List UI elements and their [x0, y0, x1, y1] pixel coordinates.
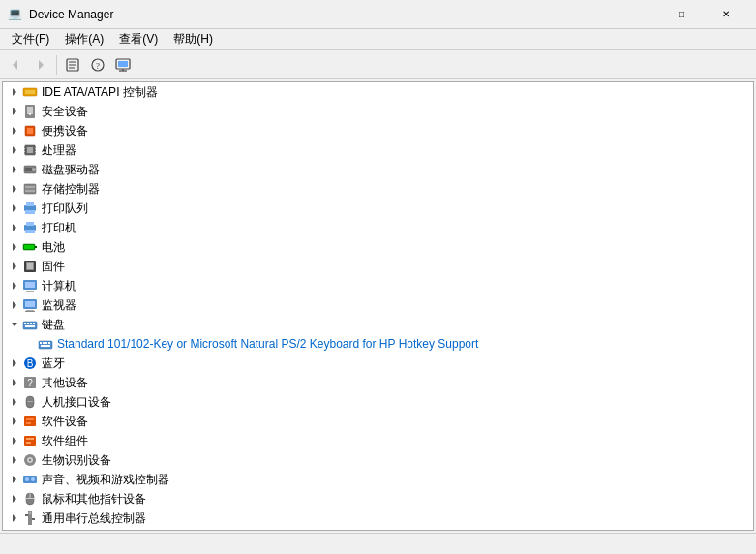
- expand-btn-audio[interactable]: [7, 472, 22, 487]
- expand-btn-firmware[interactable]: [7, 259, 22, 274]
- tree-item-mouse[interactable]: 鼠标和其他指针设备: [3, 489, 753, 508]
- expand-btn-monitor[interactable]: [7, 297, 22, 313]
- maximize-button[interactable]: □: [659, 0, 704, 29]
- label-usb: 通用串行总线控制器: [42, 510, 146, 527]
- back-button[interactable]: [4, 53, 27, 77]
- svg-rect-69: [30, 323, 32, 324]
- expand-btn-print-queue[interactable]: [7, 200, 22, 216]
- expand-btn-battery[interactable]: [7, 239, 22, 255]
- svg-rect-42: [25, 210, 35, 214]
- svg-rect-14: [25, 90, 35, 94]
- close-button[interactable]: ✕: [704, 0, 748, 29]
- svg-rect-88: [24, 416, 36, 426]
- forward-button[interactable]: [29, 53, 52, 77]
- icon-bluetooth: B: [22, 355, 38, 371]
- expand-btn-storage-ctrl[interactable]: [7, 181, 22, 197]
- properties-button[interactable]: [61, 53, 84, 77]
- main-content: IDE ATA/ATAPI 控制器安全设备便携设备处理器磁盘驱动器存储控制器打印…: [2, 81, 754, 531]
- icon-storage-ctrl: [22, 181, 38, 197]
- tree-item-firmware[interactable]: 固件: [3, 257, 753, 276]
- expand-btn-biometric[interactable]: [7, 452, 22, 468]
- window-title: Device Manager: [29, 8, 113, 21]
- tree-item-portable[interactable]: 便携设备: [3, 121, 753, 140]
- svg-rect-34: [25, 168, 32, 171]
- svg-marker-22: [13, 146, 16, 154]
- tree-item-disk-drive[interactable]: 磁盘驱动器: [3, 160, 753, 179]
- tree-item-other-devices[interactable]: ?其他设备: [3, 373, 753, 392]
- svg-rect-49: [35, 246, 37, 248]
- tree-item-battery[interactable]: 电池: [3, 237, 753, 257]
- svg-rect-37: [25, 186, 35, 188]
- svg-marker-65: [11, 323, 18, 326]
- label-storage-ctrl: 存储控制器: [42, 181, 100, 198]
- expand-btn-bluetooth[interactable]: [7, 355, 22, 371]
- expand-btn-portable[interactable]: [7, 123, 22, 138]
- expand-btn-processor[interactable]: [7, 142, 22, 158]
- update-button[interactable]: [111, 53, 135, 77]
- tree-item-monitor[interactable]: 监视器: [3, 295, 753, 315]
- expand-btn-software-dev[interactable]: [7, 414, 22, 429]
- expand-btn-computer[interactable]: [7, 278, 22, 293]
- menu-view[interactable]: 查看(V): [111, 29, 166, 49]
- expand-btn-mouse[interactable]: [7, 491, 22, 507]
- svg-marker-19: [13, 127, 16, 135]
- icon-software-dev: [22, 414, 38, 429]
- svg-rect-93: [26, 438, 34, 440]
- svg-rect-86: [27, 401, 33, 402]
- icon-portable: [22, 123, 38, 138]
- expand-btn-software-comp[interactable]: [7, 433, 22, 448]
- tree-item-print-queue[interactable]: 打印队列: [3, 199, 753, 218]
- expand-btn-usb[interactable]: [7, 510, 22, 526]
- tree-item-printer[interactable]: 打印机: [3, 218, 753, 237]
- menu-file[interactable]: 文件(F): [4, 29, 57, 49]
- tree-item-hid[interactable]: 人机接口设备: [3, 392, 753, 412]
- help-button[interactable]: ?: [86, 53, 109, 77]
- svg-point-18: [29, 113, 31, 115]
- minimize-button[interactable]: —: [615, 0, 659, 29]
- tree-item-audio[interactable]: 声音、视频和游戏控制器: [3, 470, 753, 489]
- tree-item-computer[interactable]: 计算机: [3, 276, 753, 295]
- label-keyboard-child: Standard 101/102-Key or Microsoft Natura…: [57, 337, 478, 351]
- expand-btn-other-devices[interactable]: [7, 375, 22, 390]
- tree-item-bluetooth[interactable]: B蓝牙: [3, 354, 753, 373]
- tree-item-storage-ctrl[interactable]: 存储控制器: [3, 179, 753, 199]
- title-bar-left: 💻 Device Manager: [8, 7, 113, 22]
- svg-marker-51: [13, 262, 16, 270]
- tree-item-keyboard[interactable]: 键盘: [3, 315, 753, 334]
- expand-btn-ide-ata[interactable]: [7, 84, 22, 100]
- tree-item-security[interactable]: 安全设备: [3, 102, 753, 121]
- menu-help[interactable]: 帮助(H): [166, 29, 221, 49]
- svg-rect-73: [40, 342, 42, 344]
- tree-item-usb[interactable]: 通用串行总线控制器: [3, 508, 753, 528]
- expand-btn-security[interactable]: [7, 104, 22, 119]
- svg-marker-60: [13, 301, 16, 309]
- device-tree[interactable]: IDE ATA/ATAPI 控制器安全设备便携设备处理器磁盘驱动器存储控制器打印…: [3, 82, 753, 530]
- icon-mouse: [22, 491, 38, 507]
- svg-rect-46: [25, 230, 35, 233]
- tree-item-software-dev[interactable]: 软件设备: [3, 412, 753, 431]
- expand-btn-hid[interactable]: [7, 394, 22, 410]
- tree-item-ide-ata[interactable]: IDE ATA/ATAPI 控制器: [3, 82, 753, 102]
- svg-marker-35: [13, 185, 16, 193]
- svg-marker-55: [13, 282, 16, 290]
- expand-btn-keyboard[interactable]: [7, 317, 22, 332]
- svg-marker-78: [13, 359, 16, 367]
- icon-printer: [22, 220, 38, 235]
- svg-rect-71: [25, 325, 35, 327]
- tree-item-software-comp[interactable]: 软件组件: [3, 431, 753, 450]
- label-print-queue: 打印队列: [42, 200, 88, 217]
- tree-item-biometric[interactable]: 生物识别设备: [3, 450, 753, 470]
- tree-item-keyboard-child[interactable]: Standard 101/102-Key or Microsoft Natura…: [3, 334, 753, 354]
- expand-btn-disk-drive[interactable]: [7, 162, 22, 177]
- label-mouse: 鼠标和其他指针设备: [42, 491, 146, 508]
- menu-action[interactable]: 操作(A): [57, 29, 111, 49]
- svg-rect-63: [26, 310, 34, 311]
- icon-other-devices: ?: [22, 375, 38, 390]
- svg-marker-12: [13, 88, 16, 96]
- tree-item-processor[interactable]: 处理器: [3, 140, 753, 160]
- expand-btn-printer[interactable]: [7, 220, 22, 235]
- svg-rect-109: [25, 514, 28, 516]
- svg-marker-99: [13, 476, 16, 483]
- label-bluetooth: 蓝牙: [42, 355, 65, 372]
- label-battery: 电池: [42, 239, 65, 256]
